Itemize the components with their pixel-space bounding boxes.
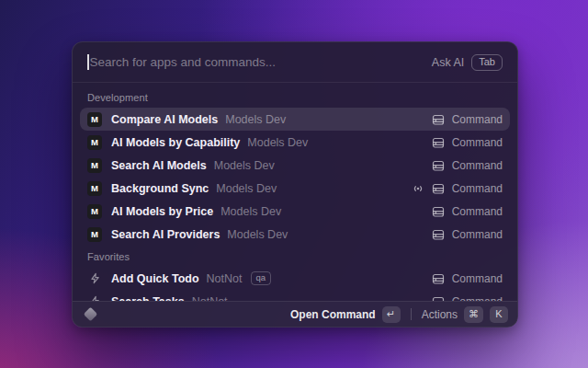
command-row-search-ai-providers[interactable]: M Search AI Providers Models Dev Command bbox=[80, 223, 510, 246]
models-dev-app-icon: M bbox=[87, 112, 102, 127]
broadcast-icon bbox=[412, 182, 424, 195]
models-dev-app-icon: M bbox=[87, 227, 102, 242]
command-type-icon bbox=[432, 159, 445, 172]
models-dev-app-icon: M bbox=[87, 135, 102, 150]
command-row-compare-ai-models[interactable]: M Compare AI Models Models Dev Command bbox=[80, 108, 510, 131]
search-bar: Ask AI Tab bbox=[73, 42, 517, 83]
row-subtitle: NotNot bbox=[207, 272, 243, 285]
row-title: Add Quick Todo bbox=[111, 272, 199, 285]
row-subtitle: Models Dev bbox=[220, 205, 281, 218]
return-key-badge: ↵ bbox=[382, 306, 401, 323]
command-type-icon bbox=[432, 272, 445, 285]
command-row-ai-models-by-capability[interactable]: M AI Models by Capability Models Dev Com… bbox=[80, 131, 510, 154]
ask-ai-label: Ask AI bbox=[432, 56, 464, 69]
row-subtitle: Models Dev bbox=[225, 113, 286, 126]
command-row-ai-models-by-price[interactable]: M AI Models by Price Models Dev Command bbox=[80, 200, 510, 223]
alias-badge: qa bbox=[251, 271, 272, 285]
row-subtitle: Models Dev bbox=[247, 136, 308, 149]
row-title: Compare AI Models bbox=[111, 113, 218, 126]
row-title: Search AI Providers bbox=[111, 228, 220, 241]
command-type-label: Command bbox=[452, 182, 503, 195]
row-subtitle: Models Dev bbox=[216, 182, 277, 195]
command-palette-window: Ask AI Tab Development M Compare AI Mode… bbox=[72, 41, 518, 328]
row-subtitle: Models Dev bbox=[214, 159, 275, 172]
open-command-label[interactable]: Open Command bbox=[290, 308, 376, 321]
command-type-icon bbox=[432, 182, 445, 195]
command-type-icon bbox=[432, 113, 445, 126]
command-type-icon bbox=[432, 205, 445, 218]
command-type-label: Command bbox=[452, 205, 503, 218]
row-title: AI Models by Price bbox=[111, 205, 213, 218]
row-subtitle: Models Dev bbox=[227, 228, 288, 241]
results-list: Development M Compare AI Models Models D… bbox=[73, 83, 517, 301]
command-row-background-sync[interactable]: M Background Sync Models Dev Command bbox=[80, 177, 510, 200]
command-type-icon bbox=[432, 228, 445, 241]
command-type-label: Command bbox=[452, 272, 503, 285]
row-title: AI Models by Capability bbox=[111, 136, 240, 149]
action-bar: Open Command ↵ Actions ⌘ K bbox=[73, 301, 517, 327]
search-input[interactable] bbox=[90, 55, 432, 69]
command-row-search-tasks[interactable]: Search Tasks NotNot Command bbox=[80, 290, 510, 301]
row-title: Background Sync bbox=[111, 182, 209, 195]
command-row-search-ai-models[interactable]: M Search AI Models Models Dev Command bbox=[80, 154, 510, 177]
raycast-logo-icon bbox=[84, 307, 98, 322]
ask-ai-action[interactable]: Ask AI Tab bbox=[432, 54, 503, 71]
actions-label[interactable]: Actions bbox=[422, 308, 458, 321]
models-dev-app-icon: M bbox=[87, 181, 102, 196]
cmd-key-badge: ⌘ bbox=[464, 306, 483, 323]
row-title: Search AI Models bbox=[111, 159, 207, 172]
footer-divider bbox=[411, 308, 412, 320]
command-type-label: Command bbox=[452, 113, 503, 126]
models-dev-app-icon: M bbox=[87, 158, 102, 173]
section-header-development: Development bbox=[80, 86, 510, 108]
command-type-icon bbox=[432, 136, 445, 149]
bolt-icon bbox=[89, 272, 101, 284]
command-row-add-quick-todo[interactable]: Add Quick Todo NotNot qa Command bbox=[80, 267, 510, 290]
command-type-label: Command bbox=[452, 136, 503, 149]
section-header-favorites: Favorites bbox=[80, 246, 510, 267]
k-key-badge: K bbox=[490, 306, 508, 323]
command-type-label: Command bbox=[452, 228, 503, 241]
tab-key-badge: Tab bbox=[471, 54, 503, 71]
command-type-label: Command bbox=[452, 159, 503, 172]
models-dev-app-icon: M bbox=[87, 204, 102, 219]
text-cursor bbox=[87, 54, 89, 70]
